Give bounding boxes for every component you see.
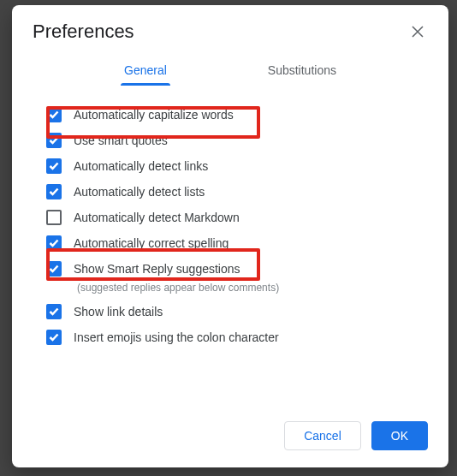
option-label: Automatically detect lists	[74, 185, 205, 199]
option-row: Use smart quotes	[43, 128, 418, 153]
close-icon	[412, 26, 424, 38]
option-label: Insert emojis using the colon character	[74, 330, 279, 344]
checkbox[interactable]	[46, 158, 62, 174]
option-row: Automatically detect lists	[43, 179, 418, 205]
ok-button[interactable]: OK	[371, 421, 428, 450]
option-subtext: (suggested replies appear below comments…	[43, 282, 418, 299]
option-row: Automatically detect Markdown	[43, 205, 418, 230]
option-row: Show Smart Reply suggestions	[43, 256, 418, 282]
option-row: Insert emojis using the colon character	[43, 324, 418, 350]
option-label: Automatically detect links	[74, 159, 208, 173]
option-label: Show link details	[74, 305, 163, 318]
checkbox[interactable]	[46, 133, 62, 148]
cancel-button[interactable]: Cancel	[284, 421, 361, 450]
dialog-title: Preferences	[33, 21, 134, 43]
option-label: Use smart quotes	[74, 134, 168, 147]
checkbox[interactable]	[46, 184, 62, 199]
option-row: Automatically capitalize words	[43, 102, 418, 128]
option-row: Show link details	[43, 299, 418, 324]
option-label: Show Smart Reply suggestions	[74, 262, 240, 276]
checkbox[interactable]	[46, 261, 62, 277]
checkbox[interactable]	[46, 304, 62, 319]
tabs: General Substitutions	[12, 50, 448, 86]
option-label: Automatically detect Markdown	[74, 211, 240, 224]
checkbox[interactable]	[46, 107, 62, 122]
option-row: Automatically detect links	[43, 153, 418, 179]
close-button[interactable]	[407, 21, 428, 42]
checkbox[interactable]	[46, 235, 62, 251]
option-label: Automatically correct spelling	[74, 236, 228, 250]
checkbox[interactable]	[46, 210, 62, 225]
checkbox[interactable]	[46, 330, 62, 345]
option-row: Automatically correct spelling	[43, 230, 418, 256]
options-body: Automatically capitalize wordsUse smart …	[12, 86, 448, 408]
preferences-dialog: Preferences General Substitutions Automa…	[12, 5, 448, 467]
option-label: Automatically capitalize words	[74, 108, 234, 122]
tab-general[interactable]: General	[121, 57, 170, 86]
tab-substitutions[interactable]: Substitutions	[264, 57, 340, 86]
